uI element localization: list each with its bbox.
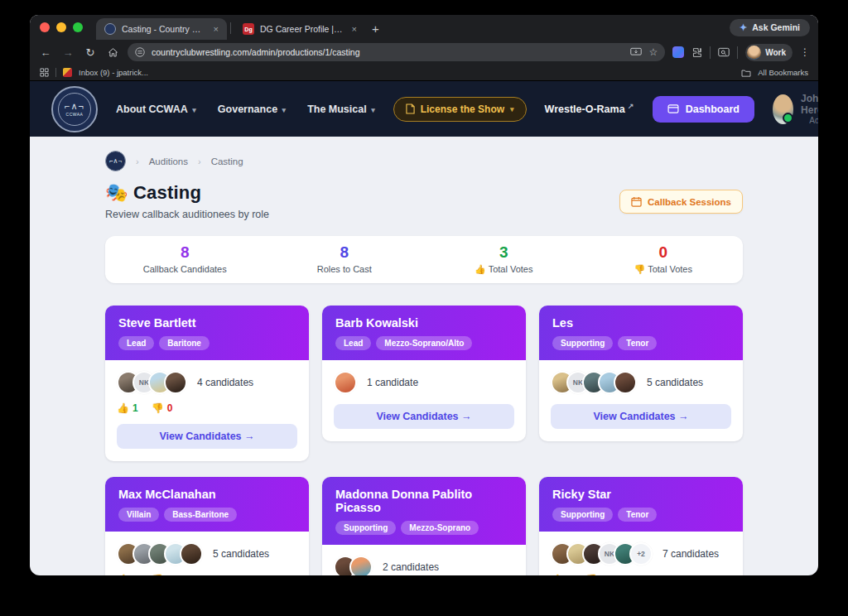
votes-row: 👍1👎0 (551, 574, 731, 575)
browser-tab[interactable]: Casting - Country Club Wrest× (96, 18, 227, 40)
bookmarks-bar: Inbox (9) - jpatrick... All Bookmarks (30, 65, 818, 81)
ccw-favicon (104, 23, 116, 35)
thumbs-down-icon: 👎 (152, 402, 164, 414)
license-the-show-button[interactable]: License the Show ▾ (393, 97, 527, 122)
profile-chip[interactable]: Work (745, 44, 793, 61)
zoom-window-button[interactable] (73, 22, 83, 32)
all-bookmarks[interactable]: All Bookmarks (758, 68, 808, 77)
role-tag: Supporting (335, 521, 396, 535)
role-tags: LeadMezzo-Soprano/Alto (335, 336, 513, 350)
new-tab-button[interactable]: + (372, 22, 379, 36)
mail-bookmark-icon (63, 68, 72, 77)
tab-strip: Casting - Country Club Wrest×DgDG Career… (30, 15, 818, 40)
role-card: Barb KowalskiLeadMezzo-Soprano/Alto1 can… (322, 306, 526, 441)
site-settings-icon[interactable] (135, 47, 145, 57)
page-content: ⌐∧¬ ›Auditions›Casting 🎭 Casting Review … (30, 137, 818, 575)
avatar-stack: NK (551, 371, 629, 394)
candidates-row: 1 candidate (334, 371, 514, 394)
breadcrumb-home-icon[interactable]: ⌐∧¬ (105, 151, 126, 171)
url-bar[interactable]: countryclubwrestling.com/admin/productio… (128, 43, 665, 61)
thumbs-up-count: 👍1 (117, 402, 138, 414)
avatar-stack (117, 542, 195, 565)
candidate-avatar (349, 556, 373, 575)
bookmark-inbox[interactable]: Inbox (9) - jpatrick... (79, 68, 148, 77)
candidates-count: 2 candidates (383, 561, 439, 573)
role-tag: Tenor (618, 508, 657, 522)
nav-link-governance[interactable]: Governance ▾ (218, 103, 286, 115)
stat-item: 3👍 Total Votes (424, 243, 584, 275)
stat-item: 8Roles to Cast (265, 243, 425, 275)
avatar-overflow-count: +2 (629, 542, 653, 565)
browser-window: Casting - Country Club Wrest×DgDG Career… (30, 15, 818, 575)
install-app-icon[interactable] (630, 47, 642, 57)
document-icon (406, 103, 415, 114)
user-name: John Herold (801, 93, 818, 116)
forward-icon[interactable]: → (60, 46, 75, 59)
candidates-count: 5 candidates (647, 377, 703, 388)
role-tag: Mezzo-Soprano (401, 521, 479, 535)
callback-sessions-button[interactable]: Callback Sessions (619, 190, 743, 214)
thumbs-down-count: 👎0 (152, 574, 173, 575)
browser-menu-icon[interactable]: ⋮ (800, 46, 810, 58)
bookmark-star-icon[interactable]: ☆ (648, 46, 658, 58)
thumbs-up-count: 👍1 (117, 574, 138, 575)
tab-search-icon[interactable] (718, 47, 730, 57)
home-icon[interactable] (105, 47, 120, 58)
close-window-button[interactable] (40, 22, 50, 32)
wrestle-o-rama-link[interactable]: Wrestle-O-Rama ↗ (545, 102, 634, 115)
dashboard-button[interactable]: Dashboard (653, 96, 754, 123)
folder-icon (741, 69, 751, 77)
role-name: Ricky Star (552, 488, 730, 501)
role-tag: Villain (118, 508, 159, 522)
reload-icon[interactable]: ↻ (83, 46, 98, 59)
breadcrumb-item-auditions[interactable]: Auditions (149, 156, 188, 166)
candidates-count: 5 candidates (213, 548, 269, 560)
chevron-down-icon: ▾ (369, 106, 375, 114)
role-name: Steve Bartlett (118, 316, 296, 330)
breadcrumb-separator: › (198, 156, 201, 166)
url-text[interactable]: countryclubwrestling.com/admin/productio… (152, 47, 624, 57)
browser-tab[interactable]: DgDG Career Profile | Dramatists× (234, 18, 365, 40)
role-card: Madonna Donna Pablito PicassoSupportingM… (322, 477, 526, 575)
tab-close-icon[interactable]: × (352, 24, 357, 34)
user-menu[interactable]: John Herold Admin ▾ (773, 93, 818, 125)
role-tag: Lead (335, 336, 371, 350)
view-candidates-button[interactable]: View Candidates → (551, 404, 731, 429)
role-tag: Lead (118, 336, 154, 350)
ask-gemini-button[interactable]: ✦ Ask Gemini (730, 19, 810, 36)
view-candidates-button[interactable]: View Candidates → (117, 424, 297, 449)
votes-row: 👍1👎0 (117, 402, 297, 414)
breadcrumb: ⌐∧¬ ›Auditions›Casting (105, 151, 743, 171)
avatar-stack: NK+2 (551, 542, 645, 565)
bookmarks-divider (55, 68, 56, 77)
nav-link-about-ccwaa[interactable]: About CCWAA ▾ (116, 103, 196, 115)
role-tag: Baritone (159, 336, 210, 350)
role-card: Max McClanahanVillainBass-Baritone5 cand… (105, 477, 309, 575)
role-tag: Supporting (552, 336, 613, 350)
role-tags: SupportingTenor (552, 336, 730, 350)
window-controls (40, 22, 83, 32)
stat-label: Callback Candidates (105, 264, 265, 274)
wrestlers-icon: ⌐∧¬ (65, 102, 84, 110)
ccwaa-logo[interactable]: ⌐∧¬ CCWAA (51, 86, 98, 132)
dashboard-icon (667, 104, 679, 113)
stat-item: 8Callback Candidates (105, 243, 265, 275)
extension-icon[interactable] (672, 46, 684, 58)
tab-close-icon[interactable]: × (214, 24, 219, 34)
role-name: Les (552, 316, 730, 330)
view-candidates-button[interactable]: View Candidates → (334, 404, 514, 429)
nav-link-the-musical[interactable]: The Musical ▾ (307, 103, 375, 115)
tab-title: DG Career Profile | Dramatists (260, 24, 344, 34)
stat-label: 👎 Total Votes (584, 264, 744, 275)
minimize-window-button[interactable] (56, 22, 66, 32)
candidates-row: 2 candidates (334, 556, 514, 575)
thumbs-down-icon: 👎 (585, 574, 598, 575)
breadcrumb-item-casting[interactable]: Casting (211, 156, 243, 166)
candidates-row: NK4 candidates (117, 371, 297, 394)
breadcrumb-separator: › (136, 156, 139, 166)
extensions-puzzle-icon[interactable] (691, 47, 702, 58)
apps-grid-icon[interactable] (40, 68, 49, 77)
role-card-body: NK5 candidatesView Candidates → (539, 360, 743, 441)
back-icon[interactable]: ← (38, 46, 53, 59)
calendar-icon (631, 196, 642, 207)
